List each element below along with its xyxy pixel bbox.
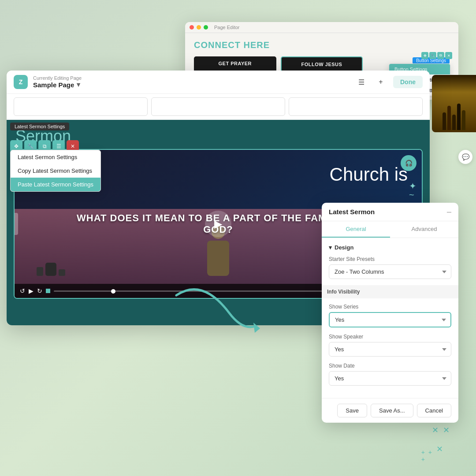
top-btn-3: [289, 97, 423, 116]
page-name: Sample Page: [33, 81, 74, 89]
settings-tabs: General Advanced: [322, 221, 458, 238]
design-label: Design: [335, 244, 353, 251]
tab-general[interactable]: General: [322, 221, 390, 238]
comment-icon[interactable]: 💬: [458, 150, 472, 164]
page-selector[interactable]: Sample Page ▾: [33, 81, 82, 89]
info-visibility-header: Info Visibility: [322, 285, 458, 298]
show-date-field: Show Date Yes No: [329, 363, 451, 386]
settings-header: Latest Sermon ─: [322, 203, 458, 221]
top-btn-1: [14, 97, 148, 116]
ctx-settings[interactable]: Latest Sermon Settings: [11, 150, 100, 164]
show-date-select[interactable]: Yes No: [329, 371, 451, 386]
sermon-label-badge: Latest Sermon Settings: [10, 123, 69, 130]
prayer-button[interactable]: GET PRAYER: [194, 56, 276, 72]
rewind-button[interactable]: ↺: [20, 287, 25, 294]
minimize-dot[interactable]: [197, 25, 201, 30]
design-chevron-icon: ▾: [329, 244, 332, 251]
connect-here-title: CONNECT HERE: [194, 40, 270, 50]
sparks-decoration-right: ✦~: [409, 182, 416, 199]
connect-here-section: CONNECT HERE: [194, 40, 450, 50]
drum-kit: [37, 263, 65, 276]
page-chevron-icon: ▾: [77, 81, 80, 89]
wrench-icon-sm[interactable]: 🔧: [429, 52, 436, 59]
forward-button[interactable]: ↻: [37, 287, 42, 294]
cross-decoration: ✕ ✕ ✕: [432, 425, 450, 454]
resize-handle-left[interactable]: [14, 213, 18, 235]
back-window-title: Page Editor: [214, 25, 239, 30]
tab-advanced[interactable]: Advanced: [390, 221, 458, 238]
page-info: Currently Editing Page Sample Page ▾: [33, 75, 82, 89]
settings-footer: Save Save As... Cancel: [322, 398, 458, 423]
sermon-context-menu: Latest Sermon Settings Copy Latest Sermo…: [10, 150, 101, 192]
main-toolbar: Z Currently Editing Page Sample Page ▾ ☰…: [7, 71, 430, 94]
settings-close-icon[interactable]: ─: [447, 208, 451, 216]
copy-icon-sm[interactable]: ⧉: [437, 52, 444, 59]
close-dot[interactable]: [190, 25, 194, 30]
plus-decoration: + ++: [421, 449, 432, 463]
back-window-titlebar: Page Editor: [185, 22, 458, 33]
cancel-button[interactable]: Cancel: [417, 404, 451, 417]
show-series-field: Show Series Yes No: [329, 304, 451, 327]
presets-label: Starter Site Presets: [329, 256, 451, 262]
done-button[interactable]: Done: [393, 76, 423, 88]
design-section-header[interactable]: ▾ Design: [329, 244, 451, 251]
settings-panel: Latest Sermon ─ General Advanced ▾ Desig…: [322, 203, 458, 423]
right-side-image: [432, 75, 476, 132]
top-buttons-row: [7, 94, 430, 120]
show-series-select[interactable]: Yes No: [329, 312, 451, 327]
editing-label: Currently Editing Page: [33, 75, 82, 81]
crowd-image: [432, 75, 476, 132]
show-speaker-label: Show Speaker: [329, 334, 451, 340]
ctx-copy[interactable]: Copy Latest Sermon Settings: [11, 164, 100, 178]
follow-jesus-button[interactable]: FOLLOW JESUS: [281, 56, 363, 72]
play-ctrl-button[interactable]: ▶: [29, 287, 33, 294]
presets-select[interactable]: Zoe - Two Columns: [329, 264, 451, 279]
list-icon-btn[interactable]: ☰: [354, 75, 368, 89]
show-speaker-select[interactable]: Yes No: [329, 342, 451, 357]
sermon-section-toolbar: Latest Sermon Settings: [7, 120, 73, 133]
progress-dot[interactable]: [46, 289, 50, 293]
show-date-label: Show Date: [329, 363, 451, 369]
settings-title: Latest Sermon: [329, 208, 375, 216]
show-series-label: Show Series: [329, 304, 451, 310]
play-button[interactable]: ▶: [205, 211, 231, 237]
save-as-button[interactable]: Save As...: [371, 404, 413, 417]
progress-bar[interactable]: [54, 290, 339, 292]
show-speaker-field: Show Speaker Yes No: [329, 334, 451, 357]
settings-body: ▾ Design Starter Site Presets Zoe - Two …: [322, 238, 458, 398]
top-btn-2: [151, 97, 285, 116]
close-icon-sm[interactable]: ✕: [445, 52, 452, 59]
add-icon-btn[interactable]: +: [374, 75, 388, 89]
maximize-dot[interactable]: [204, 25, 208, 30]
move-icon-sm[interactable]: ✥: [421, 52, 428, 59]
presets-field: Starter Site Presets Zoe - Two Columns: [329, 256, 451, 279]
save-button[interactable]: Save: [337, 404, 367, 417]
ctx-paste[interactable]: Paste Latest Sermon Settings: [11, 178, 100, 191]
button-mini-toolbar: ✥ 🔧 ⧉ ✕: [421, 52, 452, 59]
church-is-text: Church is: [330, 164, 408, 185]
app-logo: Z: [14, 75, 28, 89]
